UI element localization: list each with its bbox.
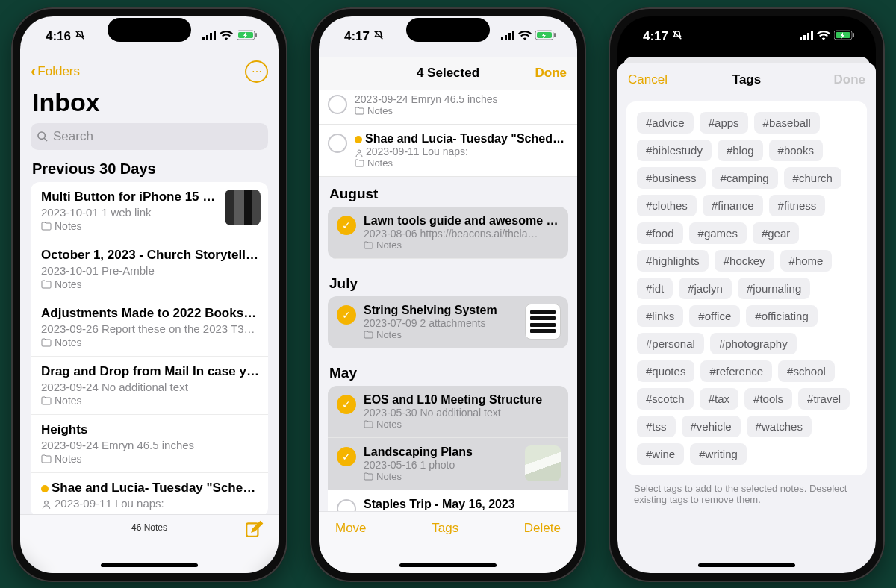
tag-chip[interactable]: #tax [700,388,738,410]
checkbox-icon[interactable] [328,95,347,114]
dynamic-island [108,18,191,42]
folder-icon [355,107,364,115]
tag-chip[interactable]: #camping [712,167,778,189]
note-select-row[interactable]: Staples Trip - May 16, 2023 2023-05-16 S… [328,490,568,511]
note-subtitle: 2023-09-11 Lou naps: [355,146,568,157]
done-button-disabled: Done [834,72,866,87]
note-title: Lawn tools guide and awesome li… [364,214,559,228]
folder-icon [41,280,52,289]
tag-chip[interactable]: #school [778,360,835,382]
svg-rect-11 [505,35,507,40]
tag-chip[interactable]: #office [689,305,740,327]
note-row[interactable]: Drag and Drop from Mail In case you… 202… [31,357,268,415]
silent-icon [671,29,683,45]
note-subtitle: 2023-08-06 https://beacons.ai/thela… [364,228,559,240]
tag-chip[interactable]: #books [769,140,823,161]
tags-button[interactable]: Tags [432,521,458,536]
tag-chip[interactable]: #church [784,167,841,189]
note-row[interactable]: Heights 2023-09-24 Emryn 46.5 inches Not… [31,415,268,473]
compose-button[interactable] [244,519,264,542]
tag-chip[interactable]: #journaling [738,278,810,299]
home-indicator[interactable] [101,563,198,567]
notes-count: 46 Notes [131,522,167,533]
phone-tags-sheet: 4:17 Cancel Tags Done #advice#apps#baseb… [609,7,885,582]
folder-icon [41,396,52,405]
note-row[interactable]: Multi Button for iPhone 15 Pro 2023-10-0… [31,182,268,240]
note-subtitle: 2023-09-24 Emryn 46.5 inches [41,439,259,451]
note-title: EOS and L10 Meeting Structure [364,393,559,407]
tag-chip[interactable]: #advice [637,112,694,134]
tag-chip[interactable]: #watches [747,416,812,437]
tag-chip[interactable]: #home [780,250,833,272]
tag-chip[interactable]: #writing [690,443,747,465]
tag-chip[interactable]: #games [689,222,747,244]
delete-button[interactable]: Delete [524,521,561,536]
tag-chip[interactable]: #officiating [746,305,817,327]
tag-chip[interactable]: #travel [798,388,850,410]
move-button[interactable]: Move [335,521,367,536]
status-time: 4:16 [46,29,71,44]
note-select-row[interactable]: 2023-09-24 Emryn 46.5 inches Notes [319,90,577,125]
tag-chip[interactable]: #scotch [637,388,694,410]
tag-chip[interactable]: #wine [637,443,684,465]
tag-chip[interactable]: #clothes [637,195,697,216]
tag-chip[interactable]: #photography [710,333,797,354]
tag-chip[interactable]: #links [637,305,683,327]
tag-chip[interactable]: #idt [637,278,673,299]
note-select-row[interactable]: ✓ Landscaping Plans 2023-05-16 1 photo N… [328,438,568,490]
tag-chip[interactable]: #apps [700,112,748,134]
tag-chip[interactable]: #tss [637,416,676,437]
checkbox-checked-icon[interactable]: ✓ [337,447,356,466]
tag-chip[interactable]: #food [637,222,683,244]
tag-chip[interactable]: #finance [703,195,763,216]
note-row[interactable]: Shae and Lucia- Tuesday "Schedule" 2023-… [31,473,268,514]
svg-rect-20 [807,33,809,40]
search-input[interactable]: Search [31,123,268,150]
more-options-button[interactable]: ⋯ [245,60,268,83]
svg-point-8 [45,501,49,504]
tag-chip[interactable]: #vehicle [682,416,741,437]
note-select-row[interactable]: ✓ String Shelving System 2023-07-09 2 at… [328,296,568,348]
chevron-left-icon: ‹ [31,62,36,81]
tag-chip[interactable]: #baseball [754,112,820,134]
checkbox-checked-icon[interactable]: ✓ [337,216,356,235]
note-folder: Notes [41,395,259,407]
tag-chip[interactable]: #jaclyn [679,278,732,299]
tag-chip[interactable]: #reference [700,360,772,382]
selection-toolbar: Move Tags Delete [319,511,577,573]
tag-chip[interactable]: #gear [753,222,799,244]
checkbox-icon[interactable] [328,134,347,153]
tag-chip[interactable]: #business [637,167,706,189]
done-button[interactable]: Done [535,66,567,81]
tags-container: #advice#apps#baseball#biblestudy#blog#bo… [626,101,867,475]
checkbox-checked-icon[interactable]: ✓ [337,305,356,325]
battery-icon [535,29,556,44]
home-indicator[interactable] [698,563,795,567]
selection-nav: 4 Selected Done [319,57,577,90]
tag-chip[interactable]: #fitness [769,195,826,216]
svg-point-17 [358,150,361,153]
tag-chip[interactable]: #highlights [637,250,709,272]
note-row[interactable]: Adjustments Made to 2022 Books for… 2023… [31,298,268,357]
tag-chip[interactable]: #tools [744,388,792,410]
tag-chip[interactable]: #hockey [715,250,774,272]
checkbox-checked-icon[interactable]: ✓ [337,395,356,414]
back-folders-link[interactable]: ‹ Folders [31,62,80,81]
note-select-row[interactable]: ✓ Lawn tools guide and awesome li… 2023-… [328,207,568,259]
note-select-row[interactable]: ✓ EOS and L10 Meeting Structure 2023-05-… [328,386,568,438]
silent-icon [373,29,385,45]
tag-chip[interactable]: #biblestudy [637,140,712,161]
cancel-button[interactable]: Cancel [628,72,668,87]
note-title: Shae and Lucia- Tuesday "Schedule" [41,481,259,495]
tag-chip[interactable]: #blog [718,140,763,161]
note-select-row[interactable]: Shae and Lucia- Tuesday "Sched… 2023-09-… [319,125,577,177]
back-label: Folders [37,64,80,79]
note-title: String Shelving System [364,304,522,317]
home-indicator[interactable] [399,563,497,567]
tag-chip[interactable]: #quotes [637,360,694,382]
tag-chip[interactable]: #personal [637,333,704,354]
dynamic-island [406,18,490,42]
checkbox-icon[interactable] [337,499,356,511]
note-row[interactable]: October 1, 2023 - Church Storytelling 20… [31,240,268,298]
silent-icon [74,29,86,45]
